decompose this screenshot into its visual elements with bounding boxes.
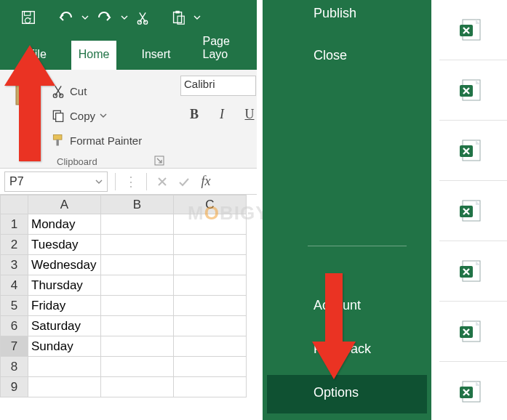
excel-file-icon [458,198,483,223]
excel-file-icon [458,138,483,163]
row-header[interactable]: 8 [1,357,28,377]
recent-file-item[interactable] [439,362,507,420]
row-header[interactable]: 7 [1,336,28,357]
cell[interactable]: Tuesday [28,235,101,255]
underline-button[interactable]: U [241,106,258,122]
cell[interactable] [174,377,247,397]
chevron-down-icon[interactable] [95,178,103,185]
cell[interactable] [101,357,174,377]
undo-icon[interactable] [57,10,74,25]
annotation-arrow-down [312,273,356,379]
excel-file-icon [458,259,483,283]
row-header[interactable]: 9 [1,377,28,397]
cell[interactable]: Saturday [28,316,101,336]
enter-icon[interactable] [173,176,195,187]
row-header[interactable]: 5 [1,296,28,316]
excel-file-icon [458,319,483,344]
menu-options[interactable]: Options [267,375,427,413]
cell[interactable] [28,377,101,397]
format-painter-label: Format Painter [70,134,142,147]
cell[interactable] [174,255,247,275]
menu-divider [308,246,407,246]
chevron-down-icon[interactable] [121,14,128,21]
font-name-select[interactable]: Calibri [180,76,256,96]
recent-file-item[interactable] [439,121,507,181]
col-header-b[interactable]: B [101,195,174,214]
name-box-value: P7 [9,175,24,188]
svg-rect-5 [175,11,180,14]
cell[interactable]: Sunday [28,336,101,357]
cell[interactable] [101,275,174,296]
svg-point-11 [60,94,63,97]
cell[interactable] [174,275,247,296]
col-header-a[interactable]: A [28,195,101,214]
cell[interactable]: Monday [28,214,101,235]
redo-icon[interactable] [96,10,113,25]
font-group: Calibri B I U [180,76,268,122]
excel-window: File Home Insert Page Layo P Cut Copy Fo… [0,0,257,420]
tab-page-layout[interactable]: Page Layo [195,28,257,70]
tab-insert[interactable]: Insert [134,41,177,70]
formula-bar: P7 ⋮ fx [0,169,257,195]
row-header[interactable]: 1 [1,214,28,235]
svg-point-3 [144,20,148,24]
cell[interactable]: Thursday [28,275,101,296]
row-header[interactable]: 4 [1,275,28,296]
cell[interactable] [101,296,174,316]
cell[interactable] [101,377,174,397]
row-header[interactable]: 2 [1,235,28,255]
chevron-down-icon[interactable] [100,112,107,119]
cell[interactable] [174,296,247,316]
cell[interactable]: Friday [28,296,101,316]
cell[interactable] [101,255,174,275]
excel-file-icon [458,78,483,102]
cut-label: Cut [70,85,87,97]
cut-icon[interactable] [135,10,150,25]
fx-icon[interactable]: fx [195,174,217,189]
cell[interactable]: Wednesday [28,255,101,275]
recent-file-item[interactable] [439,60,507,121]
row-header[interactable]: 6 [1,316,28,336]
recent-file-item[interactable] [439,241,507,302]
name-box[interactable]: P7 [4,171,108,192]
copy-label: Copy [70,110,95,122]
format-painter-button[interactable]: Format Painter [48,128,252,153]
recent-file-item[interactable] [439,0,507,60]
cell[interactable] [101,316,174,336]
tab-home[interactable]: Home [71,41,117,70]
recent-file-item[interactable] [439,302,507,362]
recent-file-item[interactable] [439,181,507,241]
excel-file-icon [458,17,483,42]
cancel-icon[interactable] [151,176,173,187]
row-header[interactable]: 3 [1,255,28,275]
cell[interactable] [174,316,247,336]
svg-point-2 [137,20,141,24]
dialog-launcher-icon[interactable] [154,156,164,169]
clipboard-paste-icon[interactable] [170,9,186,25]
bold-button[interactable]: B [186,106,202,122]
cell[interactable] [174,336,247,357]
menu-publish[interactable]: Publish [267,0,427,30]
excel-file-icon [458,379,483,404]
italic-button[interactable]: I [214,106,230,122]
clipboard-group-label: Clipboard [57,156,97,167]
recent-files-list [439,0,507,420]
cell[interactable] [101,336,174,357]
svg-rect-13 [56,113,63,122]
svg-rect-1 [25,12,31,16]
cell[interactable] [174,235,247,255]
select-all-corner[interactable] [1,195,28,214]
cell[interactable] [101,214,174,235]
worksheet-grid[interactable]: A B C 1Monday 2Tuesday 3Wednesday 4Thurs… [0,195,257,397]
annotation-arrow-up [4,45,55,161]
file-backstage-menu: Publish Close Account Feedback Options [263,0,431,420]
chevron-down-icon[interactable] [81,14,89,21]
menu-close[interactable]: Close [267,39,427,72]
cell[interactable] [101,235,174,255]
cell[interactable] [174,357,247,377]
svg-rect-15 [57,140,59,145]
more-icon[interactable]: ⋮ [120,174,142,190]
save-refresh-icon[interactable] [20,9,36,25]
cell[interactable] [28,357,101,377]
chevron-down-icon[interactable] [193,14,201,21]
